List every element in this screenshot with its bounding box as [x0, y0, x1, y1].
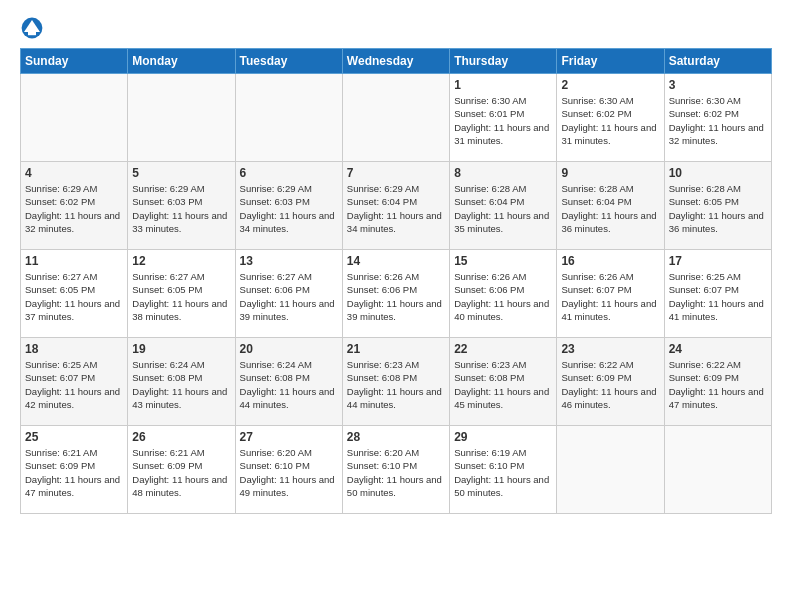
day-number: 11 — [25, 254, 123, 268]
calendar-cell: 11Sunrise: 6:27 AM Sunset: 6:05 PM Dayli… — [21, 250, 128, 338]
calendar-week-1: 1Sunrise: 6:30 AM Sunset: 6:01 PM Daylig… — [21, 74, 772, 162]
calendar-cell: 3Sunrise: 6:30 AM Sunset: 6:02 PM Daylig… — [664, 74, 771, 162]
calendar-cell: 22Sunrise: 6:23 AM Sunset: 6:08 PM Dayli… — [450, 338, 557, 426]
calendar-cell: 15Sunrise: 6:26 AM Sunset: 6:06 PM Dayli… — [450, 250, 557, 338]
day-number: 8 — [454, 166, 552, 180]
day-number: 4 — [25, 166, 123, 180]
day-detail: Sunrise: 6:21 AM Sunset: 6:09 PM Dayligh… — [132, 446, 230, 499]
day-detail: Sunrise: 6:20 AM Sunset: 6:10 PM Dayligh… — [240, 446, 338, 499]
calendar-cell: 18Sunrise: 6:25 AM Sunset: 6:07 PM Dayli… — [21, 338, 128, 426]
calendar-cell: 12Sunrise: 6:27 AM Sunset: 6:05 PM Dayli… — [128, 250, 235, 338]
calendar-cell: 13Sunrise: 6:27 AM Sunset: 6:06 PM Dayli… — [235, 250, 342, 338]
calendar-cell: 8Sunrise: 6:28 AM Sunset: 6:04 PM Daylig… — [450, 162, 557, 250]
calendar-cell: 26Sunrise: 6:21 AM Sunset: 6:09 PM Dayli… — [128, 426, 235, 514]
calendar-week-4: 18Sunrise: 6:25 AM Sunset: 6:07 PM Dayli… — [21, 338, 772, 426]
day-detail: Sunrise: 6:23 AM Sunset: 6:08 PM Dayligh… — [347, 358, 445, 411]
day-detail: Sunrise: 6:25 AM Sunset: 6:07 PM Dayligh… — [25, 358, 123, 411]
calendar-cell: 14Sunrise: 6:26 AM Sunset: 6:06 PM Dayli… — [342, 250, 449, 338]
day-number: 1 — [454, 78, 552, 92]
calendar-cell: 17Sunrise: 6:25 AM Sunset: 6:07 PM Dayli… — [664, 250, 771, 338]
day-number: 28 — [347, 430, 445, 444]
day-number: 22 — [454, 342, 552, 356]
calendar-cell: 28Sunrise: 6:20 AM Sunset: 6:10 PM Dayli… — [342, 426, 449, 514]
day-detail: Sunrise: 6:28 AM Sunset: 6:04 PM Dayligh… — [454, 182, 552, 235]
calendar-body: 1Sunrise: 6:30 AM Sunset: 6:01 PM Daylig… — [21, 74, 772, 514]
day-number: 10 — [669, 166, 767, 180]
svg-rect-2 — [28, 32, 36, 35]
day-header-tuesday: Tuesday — [235, 49, 342, 74]
day-number: 3 — [669, 78, 767, 92]
day-detail: Sunrise: 6:22 AM Sunset: 6:09 PM Dayligh… — [669, 358, 767, 411]
day-number: 27 — [240, 430, 338, 444]
calendar-cell: 23Sunrise: 6:22 AM Sunset: 6:09 PM Dayli… — [557, 338, 664, 426]
header — [20, 16, 772, 40]
logo — [20, 16, 48, 40]
day-detail: Sunrise: 6:26 AM Sunset: 6:06 PM Dayligh… — [347, 270, 445, 323]
calendar-cell: 4Sunrise: 6:29 AM Sunset: 6:02 PM Daylig… — [21, 162, 128, 250]
calendar-cell: 5Sunrise: 6:29 AM Sunset: 6:03 PM Daylig… — [128, 162, 235, 250]
day-detail: Sunrise: 6:27 AM Sunset: 6:05 PM Dayligh… — [25, 270, 123, 323]
calendar-cell: 2Sunrise: 6:30 AM Sunset: 6:02 PM Daylig… — [557, 74, 664, 162]
day-number: 13 — [240, 254, 338, 268]
calendar-cell — [21, 74, 128, 162]
day-detail: Sunrise: 6:30 AM Sunset: 6:02 PM Dayligh… — [561, 94, 659, 147]
day-header-sunday: Sunday — [21, 49, 128, 74]
day-detail: Sunrise: 6:27 AM Sunset: 6:05 PM Dayligh… — [132, 270, 230, 323]
day-detail: Sunrise: 6:26 AM Sunset: 6:07 PM Dayligh… — [561, 270, 659, 323]
day-number: 20 — [240, 342, 338, 356]
calendar-cell: 24Sunrise: 6:22 AM Sunset: 6:09 PM Dayli… — [664, 338, 771, 426]
calendar-week-3: 11Sunrise: 6:27 AM Sunset: 6:05 PM Dayli… — [21, 250, 772, 338]
calendar-cell: 16Sunrise: 6:26 AM Sunset: 6:07 PM Dayli… — [557, 250, 664, 338]
day-detail: Sunrise: 6:25 AM Sunset: 6:07 PM Dayligh… — [669, 270, 767, 323]
day-number: 15 — [454, 254, 552, 268]
day-number: 5 — [132, 166, 230, 180]
day-number: 21 — [347, 342, 445, 356]
day-detail: Sunrise: 6:24 AM Sunset: 6:08 PM Dayligh… — [132, 358, 230, 411]
day-number: 23 — [561, 342, 659, 356]
calendar-cell: 7Sunrise: 6:29 AM Sunset: 6:04 PM Daylig… — [342, 162, 449, 250]
calendar-cell: 29Sunrise: 6:19 AM Sunset: 6:10 PM Dayli… — [450, 426, 557, 514]
day-header-friday: Friday — [557, 49, 664, 74]
calendar-cell: 19Sunrise: 6:24 AM Sunset: 6:08 PM Dayli… — [128, 338, 235, 426]
day-detail: Sunrise: 6:29 AM Sunset: 6:04 PM Dayligh… — [347, 182, 445, 235]
day-header-monday: Monday — [128, 49, 235, 74]
day-number: 17 — [669, 254, 767, 268]
day-number: 26 — [132, 430, 230, 444]
day-detail: Sunrise: 6:21 AM Sunset: 6:09 PM Dayligh… — [25, 446, 123, 499]
calendar-cell: 6Sunrise: 6:29 AM Sunset: 6:03 PM Daylig… — [235, 162, 342, 250]
day-number: 18 — [25, 342, 123, 356]
calendar-cell — [235, 74, 342, 162]
calendar-cell: 9Sunrise: 6:28 AM Sunset: 6:04 PM Daylig… — [557, 162, 664, 250]
calendar-cell: 27Sunrise: 6:20 AM Sunset: 6:10 PM Dayli… — [235, 426, 342, 514]
day-detail: Sunrise: 6:27 AM Sunset: 6:06 PM Dayligh… — [240, 270, 338, 323]
day-detail: Sunrise: 6:24 AM Sunset: 6:08 PM Dayligh… — [240, 358, 338, 411]
day-header-saturday: Saturday — [664, 49, 771, 74]
day-header-thursday: Thursday — [450, 49, 557, 74]
calendar-cell — [342, 74, 449, 162]
calendar-cell — [557, 426, 664, 514]
day-number: 12 — [132, 254, 230, 268]
day-number: 16 — [561, 254, 659, 268]
day-detail: Sunrise: 6:29 AM Sunset: 6:03 PM Dayligh… — [240, 182, 338, 235]
calendar-cell: 10Sunrise: 6:28 AM Sunset: 6:05 PM Dayli… — [664, 162, 771, 250]
calendar-header-row: SundayMondayTuesdayWednesdayThursdayFrid… — [21, 49, 772, 74]
day-number: 19 — [132, 342, 230, 356]
day-number: 14 — [347, 254, 445, 268]
day-detail: Sunrise: 6:26 AM Sunset: 6:06 PM Dayligh… — [454, 270, 552, 323]
day-number: 2 — [561, 78, 659, 92]
day-detail: Sunrise: 6:28 AM Sunset: 6:04 PM Dayligh… — [561, 182, 659, 235]
calendar-cell: 21Sunrise: 6:23 AM Sunset: 6:08 PM Dayli… — [342, 338, 449, 426]
day-detail: Sunrise: 6:29 AM Sunset: 6:02 PM Dayligh… — [25, 182, 123, 235]
day-detail: Sunrise: 6:20 AM Sunset: 6:10 PM Dayligh… — [347, 446, 445, 499]
calendar-cell — [664, 426, 771, 514]
day-number: 6 — [240, 166, 338, 180]
day-detail: Sunrise: 6:29 AM Sunset: 6:03 PM Dayligh… — [132, 182, 230, 235]
calendar-cell — [128, 74, 235, 162]
day-detail: Sunrise: 6:23 AM Sunset: 6:08 PM Dayligh… — [454, 358, 552, 411]
day-number: 7 — [347, 166, 445, 180]
logo-icon — [20, 16, 44, 40]
day-detail: Sunrise: 6:30 AM Sunset: 6:01 PM Dayligh… — [454, 94, 552, 147]
day-detail: Sunrise: 6:19 AM Sunset: 6:10 PM Dayligh… — [454, 446, 552, 499]
day-number: 25 — [25, 430, 123, 444]
day-detail: Sunrise: 6:30 AM Sunset: 6:02 PM Dayligh… — [669, 94, 767, 147]
